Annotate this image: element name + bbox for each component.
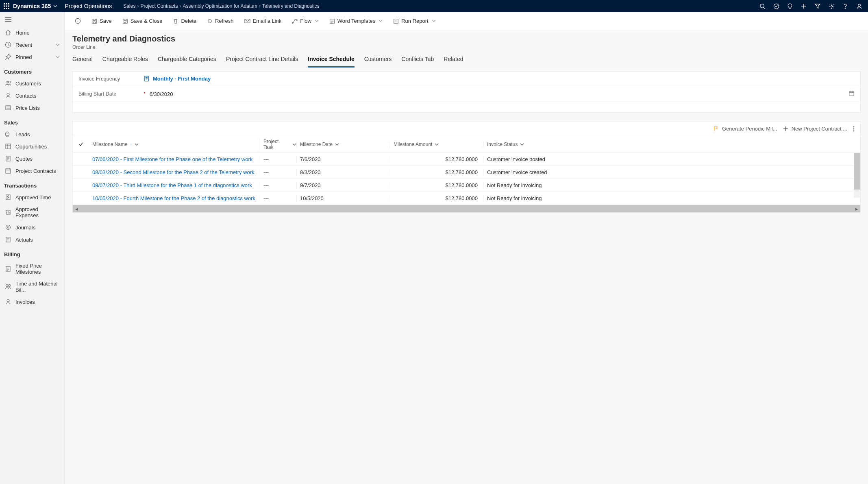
- svg-rect-0: [4, 3, 5, 4]
- sidebar-item-time-and-material-bil-[interactable]: Time and Material Bil...: [0, 278, 65, 296]
- app-launcher-icon[interactable]: [3, 3, 10, 9]
- col-header-status[interactable]: Invoice Status: [483, 142, 860, 147]
- svg-rect-22: [6, 195, 10, 200]
- table-row[interactable]: 08/03/2020 - Second Milestone for the Ph…: [73, 166, 860, 179]
- svg-rect-18: [6, 106, 11, 110]
- sidebar-item-customers[interactable]: Customers: [0, 77, 65, 89]
- sidebar-item-contacts[interactable]: Contacts: [0, 89, 65, 102]
- flow-button[interactable]: Flow: [288, 15, 322, 26]
- milestone-link[interactable]: 08/03/2020 - Second Milestone for the Ph…: [92, 169, 255, 175]
- col-header-name[interactable]: Milestone Name ↑: [89, 142, 260, 147]
- sort-asc-icon: ↑: [130, 142, 132, 147]
- invoice-frequency-link[interactable]: Monthly - First Monday: [153, 76, 211, 82]
- select-all-checkbox[interactable]: [73, 142, 89, 147]
- chevron-down-icon: [520, 142, 524, 146]
- sidebar-item-actuals[interactable]: Actuals: [0, 233, 65, 246]
- nav-collapse-button[interactable]: [0, 14, 65, 26]
- grid-more-button[interactable]: [853, 126, 855, 132]
- nav-pinned[interactable]: Pinned: [0, 51, 65, 63]
- new-project-contract-button[interactable]: New Project Contract ...: [783, 126, 847, 132]
- nav-home[interactable]: Home: [0, 26, 65, 39]
- email-link-button[interactable]: Email a Link: [240, 15, 286, 26]
- task-checker-icon[interactable]: [773, 3, 779, 9]
- nav-recent-label: Recent: [15, 42, 32, 48]
- generate-periodic-button[interactable]: Generate Periodic Mil...: [713, 126, 777, 132]
- run-report-button[interactable]: Run Report: [389, 15, 439, 26]
- svg-rect-21: [6, 169, 11, 173]
- scroll-right-icon[interactable]: ▸: [853, 206, 860, 212]
- cell-amount: $12,780.0000: [390, 169, 483, 175]
- sidebar-item-fixed-price-milestones[interactable]: Fixed Price Milestones: [0, 260, 65, 278]
- save-button[interactable]: Save: [87, 15, 116, 26]
- save-close-button[interactable]: Save & Close: [118, 15, 167, 26]
- nav-group-title: Customers: [0, 63, 65, 77]
- cell-task: ---: [260, 182, 296, 188]
- generate-periodic-label: Generate Periodic Mil...: [722, 126, 777, 132]
- tab-related[interactable]: Related: [444, 56, 463, 68]
- search-icon[interactable]: [759, 3, 766, 9]
- tab-customers[interactable]: Customers: [364, 56, 392, 68]
- refresh-label: Refresh: [215, 18, 234, 24]
- table-row[interactable]: 09/07/2020 - Third Milestone for the Pha…: [73, 179, 860, 192]
- filter-icon[interactable]: [814, 3, 821, 9]
- lightbulb-icon[interactable]: [787, 3, 793, 9]
- info-button[interactable]: [71, 15, 85, 26]
- col-header-task[interactable]: Project Task: [260, 139, 296, 150]
- sidebar-item-journals[interactable]: Journals: [0, 221, 65, 233]
- sidebar-item-approved-expenses[interactable]: Approved Expenses: [0, 203, 65, 221]
- sidebar-item-opportunities[interactable]: Opportunities: [0, 140, 65, 153]
- sidebar-item-project-contracts[interactable]: Project Contracts: [0, 165, 65, 177]
- vertical-scrollbar[interactable]: [854, 153, 860, 198]
- flag-icon: [713, 126, 719, 132]
- brand-caret-icon[interactable]: [53, 3, 57, 9]
- table-row[interactable]: 10/05/2020 - Fourth Milestone for the Ph…: [73, 192, 860, 205]
- crumb-sales[interactable]: Sales: [123, 3, 135, 9]
- cell-status: Customer invoice created: [483, 169, 860, 175]
- sidebar-item-approved-time[interactable]: Approved Time: [0, 191, 65, 203]
- crumb-project-contracts[interactable]: Project Contracts: [140, 3, 178, 9]
- cell-date: 10/5/2020: [296, 195, 390, 201]
- scroll-left-icon[interactable]: ◂: [73, 206, 80, 212]
- delete-button[interactable]: Delete: [169, 15, 200, 26]
- cell-status: Customer invoice posted: [483, 156, 860, 162]
- tab-project-contract-line-details[interactable]: Project Contract Line Details: [226, 56, 298, 68]
- billing-start-field[interactable]: 6/30/2020: [150, 90, 855, 98]
- word-templates-button[interactable]: Word Templates: [325, 15, 387, 26]
- col-header-amount[interactable]: Milestone Amount: [390, 142, 483, 147]
- col-header-date[interactable]: Milestone Date: [296, 142, 390, 147]
- global-topbar: Dynamics 365 Project Operations Sales › …: [0, 0, 868, 12]
- sidebar-item-invoices[interactable]: Invoices: [0, 296, 65, 308]
- sidebar-item-price-lists[interactable]: Price Lists: [0, 102, 65, 114]
- tab-chargeable-categories[interactable]: Chargeable Categories: [158, 56, 216, 68]
- person-icon[interactable]: [856, 3, 862, 9]
- nav-group-title: Billing: [0, 246, 65, 260]
- home-icon: [5, 29, 11, 36]
- svg-point-12: [845, 8, 846, 9]
- svg-rect-33: [245, 19, 250, 23]
- crumb-assembly-adatum[interactable]: Assembly Optimization for Adatum: [183, 3, 257, 9]
- plus-icon[interactable]: [801, 3, 807, 9]
- tab-general[interactable]: General: [72, 56, 93, 68]
- table-row[interactable]: 07/06/2020 - First Milestone for the Pha…: [73, 153, 860, 166]
- svg-rect-8: [8, 8, 9, 9]
- gear-icon[interactable]: [828, 3, 835, 9]
- svg-point-35: [296, 20, 297, 20]
- tab-conflicts-tab[interactable]: Conflicts Tab: [401, 56, 434, 68]
- invoice-frequency-value[interactable]: Monthly - First Monday: [144, 76, 855, 82]
- svg-point-10: [774, 4, 779, 9]
- form-card: Invoice Frequency Monthly - First Monday…: [72, 71, 861, 113]
- tab-chargeable-roles[interactable]: Chargeable Roles: [102, 56, 148, 68]
- nav-recent[interactable]: Recent: [0, 39, 65, 51]
- help-icon[interactable]: [842, 3, 848, 9]
- sidebar-item-quotes[interactable]: Quotes: [0, 153, 65, 165]
- milestone-link[interactable]: 10/05/2020 - Fourth Milestone for the Ph…: [92, 195, 255, 201]
- milestone-link[interactable]: 07/06/2020 - First Milestone for the Pha…: [92, 156, 252, 162]
- horizontal-scrollbar[interactable]: ◂ ▸: [73, 205, 860, 212]
- sidebar-item-leads[interactable]: Leads: [0, 128, 65, 140]
- refresh-button[interactable]: Refresh: [203, 15, 238, 26]
- save-close-label: Save & Close: [131, 18, 163, 24]
- milestone-link[interactable]: 09/07/2020 - Third Milestone for the Pha…: [92, 182, 252, 188]
- calendar-icon[interactable]: [848, 90, 855, 98]
- brand-label[interactable]: Dynamics 365: [13, 3, 53, 9]
- tab-invoice-schedule[interactable]: Invoice Schedule: [308, 56, 354, 68]
